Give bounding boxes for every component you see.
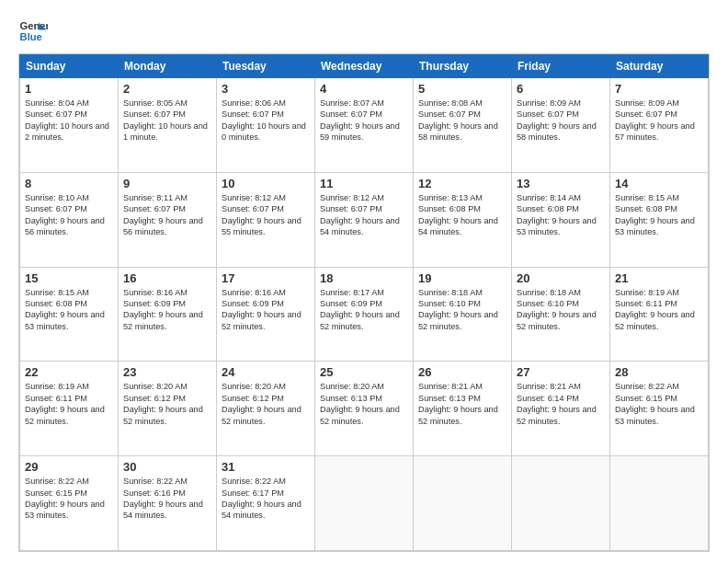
day-info: Sunrise: 8:19 AMSunset: 6:11 PMDaylight:…	[25, 381, 113, 427]
day-info: Sunrise: 8:16 AMSunset: 6:09 PMDaylight:…	[123, 287, 211, 333]
calendar-cell: 8Sunrise: 8:10 AMSunset: 6:07 PMDaylight…	[20, 172, 119, 267]
day-info: Sunrise: 8:22 AMSunset: 6:16 PMDaylight:…	[123, 476, 211, 522]
calendar-cell: 6Sunrise: 8:09 AMSunset: 6:07 PMDaylight…	[512, 78, 610, 173]
day-number: 7	[615, 82, 703, 96]
day-info: Sunrise: 8:12 AMSunset: 6:07 PMDaylight:…	[320, 192, 408, 238]
weekday-header-monday: Monday	[119, 55, 217, 78]
calendar-cell: 10Sunrise: 8:12 AMSunset: 6:07 PMDayligh…	[217, 172, 315, 267]
calendar-cell: 23Sunrise: 8:20 AMSunset: 6:12 PMDayligh…	[119, 362, 217, 456]
calendar-cell: 27Sunrise: 8:21 AMSunset: 6:14 PMDayligh…	[512, 362, 610, 456]
weekday-header-saturday: Saturday	[610, 55, 709, 78]
day-info: Sunrise: 8:22 AMSunset: 6:15 PMDaylight:…	[615, 381, 703, 427]
day-number: 15	[25, 271, 113, 285]
day-number: 20	[517, 271, 605, 285]
day-number: 10	[222, 177, 310, 190]
day-info: Sunrise: 8:04 AMSunset: 6:07 PMDaylight:…	[25, 98, 113, 144]
day-number: 8	[25, 177, 113, 190]
day-number: 26	[418, 365, 506, 379]
calendar-cell	[315, 456, 414, 551]
weekday-header-friday: Friday	[512, 55, 610, 78]
calendar-cell	[610, 456, 709, 551]
day-number: 24	[222, 365, 310, 379]
day-info: Sunrise: 8:18 AMSunset: 6:10 PMDaylight:…	[517, 287, 605, 333]
calendar-cell: 13Sunrise: 8:14 AMSunset: 6:08 PMDayligh…	[512, 172, 610, 267]
day-number: 17	[222, 271, 310, 285]
calendar-cell	[414, 456, 512, 551]
calendar-cell: 25Sunrise: 8:20 AMSunset: 6:13 PMDayligh…	[315, 362, 414, 456]
day-number: 4	[320, 82, 408, 96]
calendar-cell: 26Sunrise: 8:21 AMSunset: 6:13 PMDayligh…	[414, 362, 512, 456]
page: General Blue SundayMondayTuesdayWednesda…	[0, 0, 728, 563]
calendar-cell: 21Sunrise: 8:19 AMSunset: 6:11 PMDayligh…	[610, 267, 709, 362]
day-info: Sunrise: 8:11 AMSunset: 6:07 PMDaylight:…	[123, 192, 211, 238]
calendar-cell: 17Sunrise: 8:16 AMSunset: 6:09 PMDayligh…	[217, 267, 315, 362]
day-number: 21	[615, 271, 703, 285]
day-number: 13	[517, 177, 605, 190]
calendar-cell: 22Sunrise: 8:19 AMSunset: 6:11 PMDayligh…	[20, 362, 119, 456]
day-info: Sunrise: 8:17 AMSunset: 6:09 PMDaylight:…	[320, 287, 408, 333]
day-info: Sunrise: 8:21 AMSunset: 6:14 PMDaylight:…	[517, 381, 605, 427]
day-number: 28	[615, 365, 703, 379]
calendar-cell: 1Sunrise: 8:04 AMSunset: 6:07 PMDaylight…	[20, 78, 119, 173]
day-info: Sunrise: 8:08 AMSunset: 6:07 PMDaylight:…	[418, 98, 506, 144]
logo: General Blue	[18, 17, 48, 46]
logo-icon: General Blue	[18, 17, 48, 46]
calendar-cell: 20Sunrise: 8:18 AMSunset: 6:10 PMDayligh…	[512, 267, 610, 362]
calendar-cell: 14Sunrise: 8:15 AMSunset: 6:08 PMDayligh…	[610, 172, 709, 267]
day-number: 1	[25, 82, 113, 96]
day-number: 18	[320, 271, 408, 285]
day-number: 23	[123, 365, 211, 379]
day-info: Sunrise: 8:15 AMSunset: 6:08 PMDaylight:…	[615, 192, 703, 238]
day-number: 31	[222, 460, 310, 474]
day-info: Sunrise: 8:10 AMSunset: 6:07 PMDaylight:…	[25, 192, 113, 238]
calendar-cell: 19Sunrise: 8:18 AMSunset: 6:10 PMDayligh…	[414, 267, 512, 362]
day-info: Sunrise: 8:22 AMSunset: 6:17 PMDaylight:…	[222, 476, 310, 522]
day-number: 16	[123, 271, 211, 285]
day-info: Sunrise: 8:20 AMSunset: 6:12 PMDaylight:…	[123, 381, 211, 427]
svg-text:General: General	[20, 20, 48, 31]
day-info: Sunrise: 8:20 AMSunset: 6:12 PMDaylight:…	[222, 381, 310, 427]
calendar-cell: 18Sunrise: 8:17 AMSunset: 6:09 PMDayligh…	[315, 267, 414, 362]
day-number: 12	[418, 177, 506, 190]
day-number: 3	[222, 82, 310, 96]
day-info: Sunrise: 8:12 AMSunset: 6:07 PMDaylight:…	[222, 192, 310, 238]
day-info: Sunrise: 8:19 AMSunset: 6:11 PMDaylight:…	[615, 287, 703, 333]
day-info: Sunrise: 8:07 AMSunset: 6:07 PMDaylight:…	[320, 98, 408, 144]
svg-text:Blue: Blue	[20, 31, 42, 42]
calendar-cell: 16Sunrise: 8:16 AMSunset: 6:09 PMDayligh…	[119, 267, 217, 362]
weekday-header-wednesday: Wednesday	[315, 55, 414, 78]
day-info: Sunrise: 8:16 AMSunset: 6:09 PMDaylight:…	[222, 287, 310, 333]
calendar: SundayMondayTuesdayWednesdayThursdayFrid…	[18, 53, 710, 552]
weekday-header-thursday: Thursday	[414, 55, 512, 78]
weekday-header-sunday: Sunday	[20, 55, 119, 78]
day-info: Sunrise: 8:15 AMSunset: 6:08 PMDaylight:…	[25, 287, 113, 333]
day-number: 27	[517, 365, 605, 379]
calendar-cell	[512, 456, 610, 551]
day-info: Sunrise: 8:09 AMSunset: 6:07 PMDaylight:…	[517, 98, 605, 144]
calendar-cell: 4Sunrise: 8:07 AMSunset: 6:07 PMDaylight…	[315, 78, 414, 173]
calendar-cell: 7Sunrise: 8:09 AMSunset: 6:07 PMDaylight…	[610, 78, 709, 173]
day-number: 22	[25, 365, 113, 379]
day-number: 19	[418, 271, 506, 285]
day-number: 6	[517, 82, 605, 96]
calendar-cell: 24Sunrise: 8:20 AMSunset: 6:12 PMDayligh…	[217, 362, 315, 456]
day-number: 14	[615, 177, 703, 190]
day-number: 29	[25, 460, 113, 474]
day-info: Sunrise: 8:21 AMSunset: 6:13 PMDaylight:…	[418, 381, 506, 427]
calendar-cell: 2Sunrise: 8:05 AMSunset: 6:07 PMDaylight…	[119, 78, 217, 173]
day-info: Sunrise: 8:22 AMSunset: 6:15 PMDaylight:…	[25, 476, 113, 522]
day-info: Sunrise: 8:05 AMSunset: 6:07 PMDaylight:…	[123, 98, 211, 144]
calendar-cell: 28Sunrise: 8:22 AMSunset: 6:15 PMDayligh…	[610, 362, 709, 456]
calendar-cell: 5Sunrise: 8:08 AMSunset: 6:07 PMDaylight…	[414, 78, 512, 173]
day-info: Sunrise: 8:20 AMSunset: 6:13 PMDaylight:…	[320, 381, 408, 427]
day-info: Sunrise: 8:06 AMSunset: 6:07 PMDaylight:…	[222, 98, 310, 144]
day-number: 9	[123, 177, 211, 190]
calendar-cell: 11Sunrise: 8:12 AMSunset: 6:07 PMDayligh…	[315, 172, 414, 267]
day-number: 5	[418, 82, 506, 96]
calendar-cell: 12Sunrise: 8:13 AMSunset: 6:08 PMDayligh…	[414, 172, 512, 267]
day-number: 2	[123, 82, 211, 96]
day-info: Sunrise: 8:14 AMSunset: 6:08 PMDaylight:…	[517, 192, 605, 238]
calendar-cell: 9Sunrise: 8:11 AMSunset: 6:07 PMDaylight…	[119, 172, 217, 267]
weekday-header-tuesday: Tuesday	[217, 55, 315, 78]
day-number: 30	[123, 460, 211, 474]
